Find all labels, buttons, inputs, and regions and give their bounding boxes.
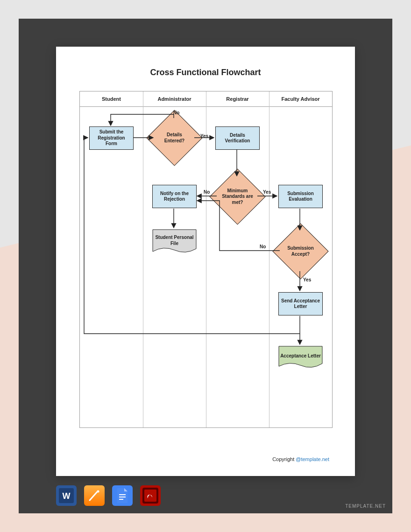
page-title: Cross Functional Flowchart (56, 68, 355, 77)
google-docs-icon[interactable] (112, 485, 133, 506)
node-acceptance-letter: Acceptance Letter (278, 346, 323, 369)
lane-header-registrar: Registrar (206, 91, 269, 107)
stage: Cross Functional Flowchart Student Admin… (0, 0, 411, 532)
svg-rect-3 (119, 494, 126, 495)
node-details-entered: Details Entered? (155, 118, 194, 158)
conn-label-yes: Yes (263, 189, 271, 195)
conn-label-yes: Yes (303, 277, 311, 282)
swimlane-grid: Student Administrator Registrar Faculty … (79, 91, 333, 428)
svg-text:W: W (63, 491, 71, 501)
copyright-prefix: Copyright (272, 456, 296, 462)
copyright: Copyright @template.net (272, 456, 329, 462)
label: Student Personal File (154, 235, 195, 246)
lane-header-student: Student (80, 91, 143, 107)
node-send-acceptance-letter: Send Acceptance Letter (278, 292, 323, 315)
copyright-link[interactable]: @template.net (296, 456, 329, 462)
node-details-verification: Details Verification (215, 126, 260, 150)
word-icon[interactable]: W (56, 485, 77, 506)
pages-icon[interactable] (84, 485, 105, 506)
svg-rect-4 (119, 497, 126, 497)
format-icons-row: W (56, 485, 161, 506)
lane-separator (269, 91, 269, 427)
outer-frame: Cross Functional Flowchart Student Admin… (19, 19, 392, 513)
node-min-standards: Minimum Standards are met? (218, 177, 257, 217)
conn-label-no: No (204, 189, 210, 195)
watermark: TEMPLATE.NET (345, 504, 386, 509)
lane-separator (206, 91, 206, 427)
label: Minimum Standards are met? (218, 186, 257, 208)
label: Acceptance Letter (280, 353, 321, 359)
lane-header-administrator: Administrator (143, 91, 206, 107)
svg-rect-5 (119, 499, 123, 500)
lane-separator (143, 91, 143, 427)
lane-header-faculty-advisor: Faculty Advisor (269, 91, 332, 107)
pdf-icon[interactable] (140, 485, 161, 506)
svg-rect-7 (144, 490, 156, 502)
label: Submission Accept? (281, 244, 320, 259)
node-submission-accept: Submission Accept? (281, 231, 320, 271)
svg-point-2 (97, 490, 99, 493)
label: Details Entered? (155, 130, 194, 146)
conn-label-no: No (260, 244, 266, 249)
node-submit-registration: Submit the Registration Form (89, 126, 134, 150)
node-student-personal-file: Student Personal File (152, 229, 197, 255)
document-page: Cross Functional Flowchart Student Admin… (56, 47, 355, 476)
node-notify-rejection: Notify on the Rejection (152, 185, 197, 208)
node-submission-evaluation: Submission Evaluation (278, 185, 323, 208)
conn-label-yes: Yes (200, 133, 208, 139)
conn-label-no: No (173, 110, 179, 115)
